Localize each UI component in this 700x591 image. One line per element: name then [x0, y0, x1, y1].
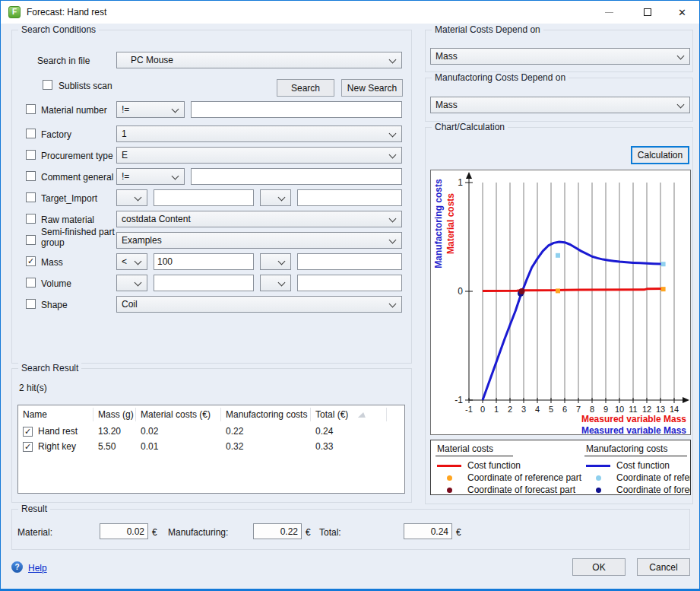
x-tick-label: 7 [576, 405, 581, 414]
sublists-scan-checkbox[interactable] [43, 80, 52, 90]
target-import-op2-combo[interactable] [260, 189, 291, 206]
marker-material-reference-part [661, 287, 666, 291]
result-manufacturing-costs: 0.22 [221, 426, 311, 437]
material-number-op-combo[interactable]: != [116, 101, 185, 118]
marker-manufacturing-reference-part [556, 253, 560, 258]
x-tick-label: -1 [465, 405, 473, 414]
results-table-header: Name Mass (g) Material costs (€) Manufac… [18, 405, 404, 424]
result-manufacturing-value[interactable] [253, 523, 302, 539]
comment-general-input[interactable] [191, 168, 402, 185]
mass-input1[interactable] [154, 253, 254, 270]
ok-button[interactable]: OK [572, 558, 626, 576]
target-import-op1-combo[interactable] [116, 189, 147, 206]
legend-material-column: Material costs Cost function Coordinate … [436, 443, 584, 493]
table-row[interactable]: ✓ Right key 5.50 0.01 0.32 0.33 [18, 439, 404, 454]
column-header-name[interactable]: Name [18, 408, 93, 421]
chevron-down-icon [389, 237, 397, 244]
target-import-input1[interactable] [154, 189, 254, 206]
row-checkbox[interactable]: ✓ [23, 427, 33, 437]
comment-general-label: Comment general [41, 172, 113, 183]
raw-material-checkbox[interactable] [26, 214, 36, 224]
legend-item: Cost function [584, 459, 690, 472]
forecast-dialog: F Forecast: Hand rest ✕ Search Condition… [0, 0, 700, 591]
reference-part-dot-swatch [596, 475, 601, 481]
x-tick-label: 12 [642, 405, 651, 414]
volume-op1-combo[interactable] [116, 275, 147, 291]
factory-checkbox[interactable] [26, 129, 36, 138]
material-costs-depend-combo[interactable]: Mass [430, 48, 690, 65]
search-in-file-combo[interactable]: PC Mouse [116, 52, 402, 68]
x-axis-title: Measured variable Mass [581, 414, 686, 424]
table-row[interactable]: ✓ Hand rest 13.20 0.02 0.22 0.24 [18, 424, 404, 439]
raw-material-combo[interactable]: costdata Content [116, 211, 402, 227]
search-conditions-label: Search Conditions [18, 24, 99, 35]
comment-general-op-combo[interactable]: != [116, 168, 185, 185]
help-link[interactable]: Help [28, 563, 47, 574]
chevron-down-icon [389, 300, 397, 308]
forecast-part-dot-swatch [596, 488, 601, 493]
mass-op1-combo[interactable]: < [116, 253, 147, 270]
volume-checkbox[interactable] [26, 278, 36, 288]
close-button[interactable]: ✕ [665, 1, 699, 24]
manufactoring-costs-depend-combo[interactable]: Mass [430, 97, 690, 113]
column-header-material-costs[interactable]: Material costs (€) [136, 408, 221, 421]
procurement-type-combo[interactable]: E [116, 147, 402, 164]
search-button[interactable]: Search [277, 79, 334, 97]
raw-material-label: Raw material [41, 214, 94, 225]
shape-checkbox[interactable] [26, 299, 36, 309]
calculation-button[interactable]: Calculation [631, 146, 689, 164]
chevron-down-icon [389, 151, 397, 159]
legend-item: Coordinate of reference part [436, 472, 584, 484]
result-mass: 13.20 [93, 426, 136, 437]
semi-finished-part-group-checkbox[interactable] [26, 235, 36, 245]
x-tick-label: 3 [521, 405, 526, 414]
column-header-mass[interactable]: Mass (g) [93, 408, 136, 421]
mass-input2[interactable] [297, 253, 402, 270]
column-header-manufactoring-costs[interactable]: Manufactoring costs [221, 408, 311, 421]
x-axis-arrow [683, 397, 689, 403]
mass-op2-combo[interactable] [260, 253, 291, 270]
chevron-down-icon [278, 279, 286, 287]
comment-general-checkbox[interactable] [26, 171, 36, 181]
x-tick-label: 2 [508, 405, 512, 414]
chevron-down-icon [278, 194, 286, 202]
result-total-value[interactable] [404, 523, 452, 539]
result-name: Hand rest [38, 426, 78, 437]
result-total: 0.24 [311, 426, 387, 437]
legend-title: Material costs [436, 443, 513, 456]
minimize-button[interactable] [592, 1, 626, 24]
x-tick-label: 5 [549, 405, 553, 414]
volume-input1[interactable] [154, 275, 254, 291]
factory-label: Factory [41, 129, 71, 140]
target-import-input2[interactable] [297, 189, 402, 206]
semi-finished-part-group-label: Semi-finished part group [41, 227, 115, 248]
help-icon[interactable]: ? [11, 561, 23, 573]
result-total: 0.33 [311, 441, 387, 452]
material-number-checkbox[interactable] [26, 104, 36, 114]
chevron-down-icon [135, 258, 142, 265]
chart-legend: Material costs Cost function Coordinate … [430, 440, 691, 495]
manufactoring-costs-depend-label: Manufactoring Costs Depend on [432, 72, 569, 83]
result-material-value[interactable] [100, 523, 148, 539]
marker-manufacturing-reference-part [661, 262, 666, 266]
shape-combo[interactable]: Coil [116, 296, 402, 313]
procurement-type-label: Procurement type [41, 151, 113, 161]
new-search-button[interactable]: New Search [341, 79, 403, 97]
semi-finished-part-group-combo[interactable]: Examples [116, 232, 402, 249]
factory-combo[interactable]: 1 [116, 126, 402, 142]
volume-input2[interactable] [297, 275, 402, 291]
search-result-label: Search Result [18, 363, 81, 373]
row-checkbox[interactable]: ✓ [23, 442, 33, 452]
mass-label: Mass [41, 257, 63, 268]
column-header-total[interactable]: Total (€) [311, 408, 387, 421]
cancel-button[interactable]: Cancel [637, 558, 690, 576]
target-import-checkbox[interactable] [26, 192, 36, 202]
volume-op2-combo[interactable] [260, 275, 291, 291]
sublists-scan-label: Sublists scan [59, 81, 112, 91]
marker-material-reference-part [556, 288, 560, 293]
mass-checkbox[interactable]: ✓ [26, 256, 36, 266]
procurement-type-checkbox[interactable] [26, 150, 36, 160]
x-tick-label: 13 [656, 405, 665, 414]
maximize-button[interactable] [630, 1, 664, 24]
material-number-input[interactable] [191, 101, 402, 118]
